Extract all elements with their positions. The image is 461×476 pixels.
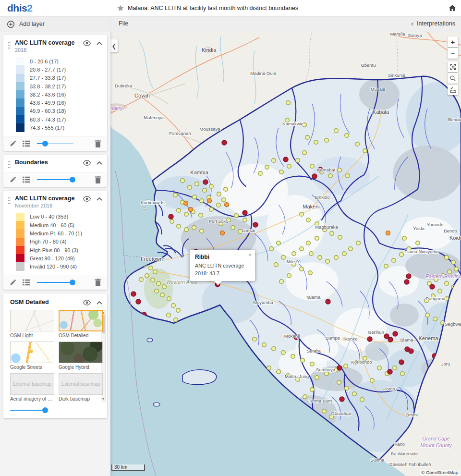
facility-marker-low[interactable] [342,252,347,256]
facility-marker-low[interactable] [153,270,158,274]
facility-marker-low[interactable] [170,220,174,224]
facility-marker-low[interactable] [274,263,279,267]
zoom-to-content-button[interactable] [448,61,458,72]
facility-marker-low[interactable] [318,256,322,260]
facility-marker-low[interactable] [425,313,430,317]
facility-marker-low[interactable] [269,247,274,251]
facility-marker-low[interactable] [363,149,367,153]
facility-marker-medium[interactable] [189,207,193,212]
facility-marker-low[interactable] [308,271,313,275]
basemap-option-osm-detailed[interactable]: OSM Detailed [59,310,103,338]
facility-marker-low[interactable] [346,174,350,178]
facility-marker-low[interactable] [231,226,235,230]
facility-marker-low[interactable] [345,134,349,138]
visibility-eye-icon[interactable] [83,299,91,306]
slider-thumb[interactable] [42,141,48,146]
facility-marker-low[interactable] [338,235,342,240]
facility-marker-low[interactable] [184,212,189,217]
facility-marker-low[interactable] [322,409,327,414]
facility-marker-medium[interactable] [184,201,188,206]
data-table-button[interactable] [23,140,30,147]
facility-marker-low[interactable] [306,241,311,245]
facility-marker-low[interactable] [277,370,281,374]
facility-marker-low[interactable] [301,358,305,363]
facility-marker-low[interactable] [193,195,197,199]
facility-marker-low[interactable] [377,366,382,370]
edit-layer-button[interactable] [10,176,17,183]
collapse-chevron-icon[interactable] [97,41,102,45]
facility-marker-low[interactable] [402,236,407,241]
facility-marker-great[interactable] [384,334,389,339]
facility-marker-great[interactable] [326,299,330,304]
facility-marker-low[interactable] [157,281,161,286]
map-canvas[interactable]: KindiaDubrékaCoyahConakryMaférinyaForéca… [110,32,461,476]
facility-marker-medium[interactable] [386,231,390,235]
facility-marker-great[interactable] [404,280,409,284]
facility-marker-low[interactable] [349,247,353,251]
facility-marker-low[interactable] [272,347,276,351]
facility-marker-low[interactable] [188,185,192,190]
delete-layer-button[interactable] [95,279,101,286]
data-table-button[interactable] [23,279,30,286]
opacity-slider[interactable] [37,279,73,286]
map-svg[interactable]: KindiaDubrékaCoyahConakryMaférinyaForéca… [110,32,461,476]
facility-marker-low[interactable] [176,308,181,313]
facility-marker-low[interactable] [199,213,203,218]
facility-marker-low[interactable] [303,395,307,399]
facility-marker-low[interactable] [139,278,144,282]
facility-marker-low[interactable] [167,313,171,317]
facility-marker-great[interactable] [253,222,258,227]
facility-marker-low[interactable] [181,179,185,183]
facility-marker-great[interactable] [388,337,393,342]
drag-handle-icon[interactable] [8,196,11,206]
facility-marker-low[interactable] [334,256,339,260]
facility-marker-low[interactable] [192,226,196,230]
facility-marker-low[interactable] [392,258,396,263]
basemap-option-google-hybrid[interactable]: Google Hybrid [59,342,103,370]
facility-marker-low[interactable] [330,232,334,236]
basemap-thumbnail[interactable] [10,342,54,363]
facility-marker-low[interactable] [416,241,420,245]
opacity-slider[interactable] [37,140,73,147]
facility-marker-low[interactable] [356,241,361,245]
file-menu[interactable]: File [119,20,128,27]
facility-marker-low[interactable] [360,398,364,402]
basemap-thumbnail[interactable]: External basemap [10,373,54,395]
facility-marker-great[interactable] [393,331,398,336]
facility-marker-low[interactable] [315,236,319,241]
dhis2-logo[interactable]: dhis2 [7,2,32,14]
facility-marker-low[interactable] [393,366,397,370]
close-icon[interactable]: × [248,252,252,258]
facility-marker-low[interactable] [277,241,281,245]
zoom-out-button[interactable]: − [448,48,458,59]
facility-marker-low[interactable] [451,260,456,265]
facility-marker-low[interactable] [151,278,155,282]
facility-marker-low[interactable] [338,168,342,172]
facility-marker-great[interactable] [337,366,342,370]
facility-marker-low[interactable] [279,280,284,284]
home-icon[interactable] [448,4,457,12]
facility-marker-low[interactable] [326,259,330,264]
facility-marker-low[interactable] [287,164,291,169]
facility-marker-low[interactable] [174,318,178,322]
facility-marker-great[interactable] [406,274,411,279]
facility-marker-low[interactable] [310,388,315,392]
facility-marker-low[interactable] [253,337,257,342]
facility-marker-low[interactable] [177,208,181,213]
facility-marker-low[interactable] [345,386,349,391]
drag-handle-icon[interactable] [8,160,11,170]
facility-marker-medium[interactable] [225,203,229,207]
facility-marker-low[interactable] [217,203,221,207]
facility-marker-low[interactable] [337,380,341,385]
basemap-option-aerial-imagery-of-dar[interactable]: External basemapAerial imagery of Dar... [10,373,54,402]
delete-layer-button[interactable] [95,176,101,183]
facility-marker-low[interactable] [149,266,153,270]
facility-marker-low[interactable] [400,253,404,257]
facility-marker-low[interactable] [328,174,333,178]
drag-handle-icon[interactable] [8,41,11,50]
facility-marker-low[interactable] [265,165,269,170]
facility-marker-low[interactable] [209,207,214,212]
facility-marker-great[interactable] [243,210,247,215]
facility-marker-low[interactable] [195,182,199,186]
facility-marker-low[interactable] [306,218,311,222]
